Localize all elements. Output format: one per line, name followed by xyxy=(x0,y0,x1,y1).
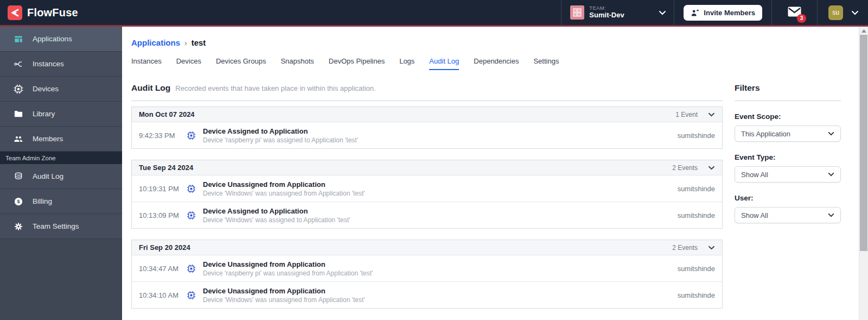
group-date: Mon Oct 07 2024 xyxy=(139,110,195,118)
tab-logs[interactable]: Logs xyxy=(399,57,414,70)
user-menu[interactable]: su xyxy=(817,0,868,25)
event-row: 9:42:33 PM Device Assigned to xyxy=(132,122,722,148)
sidebar: Applications Instances xyxy=(0,27,122,320)
tab-instances[interactable]: Instances xyxy=(131,57,162,70)
event-title: Device Unassigned from Application xyxy=(203,287,365,295)
group-date: Fri Sep 20 2024 xyxy=(139,243,190,252)
chevron-down-icon xyxy=(828,213,834,217)
library-folder-icon xyxy=(14,109,23,119)
event-title: Device Assigned to Application xyxy=(203,207,350,215)
header-actions: TEAM: Sumit-Dev Invite Members xyxy=(561,0,868,25)
home-link[interactable]: FlowFuse xyxy=(8,5,78,20)
user-filter-value: Show All xyxy=(741,211,768,219)
event-description: Device 'Windows' was unassigned from App… xyxy=(203,190,365,197)
event-time: 10:13:09 PM xyxy=(139,211,182,219)
event-time: 10:34:47 AM xyxy=(139,265,182,273)
event-description: Device 'Windows' was assigned to Applica… xyxy=(203,216,350,224)
sidebar-item-applications[interactable]: Applications xyxy=(0,27,122,52)
sidebar-item-label: Library xyxy=(33,110,55,118)
user-select[interactable]: Show All xyxy=(735,207,841,223)
sidebar-item-library[interactable]: Library xyxy=(0,102,122,127)
invite-members-label: Invite Members xyxy=(704,9,755,17)
sidebar-item-members[interactable]: Members xyxy=(0,127,122,152)
event-row: 10:19:31 PM Device Unassigned xyxy=(132,175,722,202)
sidebar-item-label: Team Settings xyxy=(33,222,79,230)
team-info: TEAM: Sumit-Dev xyxy=(570,5,624,20)
event-group: Mon Oct 07 2024 1 Event 9:42:33 PM xyxy=(131,106,723,149)
filters-divider xyxy=(735,101,841,101)
sidebar-item-label: Billing xyxy=(33,197,52,205)
event-group: Fri Sep 20 2024 2 Events 10:34:47 AM xyxy=(131,240,723,309)
group-count: 2 Events xyxy=(672,244,698,252)
event-group-header[interactable]: Mon Oct 07 2024 1 Event xyxy=(132,107,722,122)
team-text: TEAM: Sumit-Dev xyxy=(589,5,624,20)
notification-badge: 3 xyxy=(797,14,806,23)
group-count: 1 Event xyxy=(675,111,698,118)
sidebar-item-label: Audit Log xyxy=(33,172,63,180)
gear-icon xyxy=(14,222,23,231)
event-user: sumitshinde xyxy=(678,291,715,299)
tab-dependencies[interactable]: Dependencies xyxy=(474,57,519,70)
event-time: 10:34:10 AM xyxy=(139,291,182,299)
scrollbar-up-arrow[interactable] xyxy=(859,27,868,35)
breadcrumb-current: test xyxy=(192,38,206,47)
tab-audit-log[interactable]: Audit Log xyxy=(429,57,459,70)
app-window: FlowFuse xyxy=(0,0,868,320)
main-content: Applications › test Instances Devices De… xyxy=(122,27,868,320)
brand-name: FlowFuse xyxy=(27,7,78,19)
device-chip-icon xyxy=(187,184,196,193)
sidebar-item-team-settings[interactable]: Team Settings xyxy=(0,214,122,239)
tab-settings[interactable]: Settings xyxy=(533,57,559,70)
event-title: Device Unassigned from Application xyxy=(203,260,373,268)
audit-log-panel: Audit Log Recorded events that have take… xyxy=(131,83,723,319)
event-user: sumitshinde xyxy=(678,131,715,140)
scrollbar-thumb[interactable] xyxy=(860,35,867,251)
sidebar-item-billing[interactable]: $ Billing xyxy=(0,189,122,214)
audit-log-icon xyxy=(14,172,23,181)
user-avatar: su xyxy=(828,5,843,20)
filter-event-scope-label: Event Scope: xyxy=(735,112,841,121)
device-chip-icon xyxy=(187,131,196,140)
sidebar-item-label: Devices xyxy=(33,85,59,93)
members-icon xyxy=(14,134,23,144)
breadcrumb-applications-link[interactable]: Applications xyxy=(131,38,180,47)
event-group-header[interactable]: Tue Sep 24 2024 2 Events xyxy=(132,160,722,175)
filters-title: Filters xyxy=(735,83,841,93)
tab-snapshots[interactable]: Snapshots xyxy=(280,57,314,70)
tab-bar: Instances Devices Devices Groups Snapsho… xyxy=(131,57,868,70)
event-scope-select[interactable]: This Application xyxy=(735,126,841,142)
sidebar-item-instances[interactable]: Instances xyxy=(0,52,122,77)
vertical-scrollbar[interactable] xyxy=(859,27,868,320)
event-description: Device 'Windows' was unassigned from App… xyxy=(203,296,365,304)
section-divider xyxy=(131,101,723,101)
notifications-button[interactable]: 3 xyxy=(771,0,817,25)
device-chip-icon xyxy=(187,264,196,273)
event-group: Tue Sep 24 2024 2 Events 10:19:31 PM xyxy=(131,160,723,229)
mail-icon: 3 xyxy=(788,7,801,19)
event-row: 10:34:10 AM Device Unassigned xyxy=(132,281,722,308)
event-user: sumitshinde xyxy=(678,265,715,273)
tab-devices-groups[interactable]: Devices Groups xyxy=(216,57,266,70)
event-user: sumitshinde xyxy=(678,185,715,193)
page-title: Audit Log xyxy=(131,83,170,93)
page-description: Recorded events that have taken place in… xyxy=(175,84,375,92)
svg-text:$: $ xyxy=(17,199,20,204)
event-scope-value: This Application xyxy=(741,130,790,138)
event-type-select[interactable]: Show All xyxy=(735,166,841,183)
chevron-down-icon xyxy=(828,131,834,136)
tab-devops-pipelines[interactable]: DevOps Pipelines xyxy=(329,57,385,70)
invite-members-button[interactable]: Invite Members xyxy=(684,5,762,21)
event-description: Device 'raspberry pi' was unassigned fro… xyxy=(203,269,373,277)
event-user: sumitshinde xyxy=(678,211,715,219)
event-row: 10:34:47 AM Device Unassigned xyxy=(132,255,722,281)
team-avatar xyxy=(570,5,584,20)
sidebar-item-audit-log[interactable]: Audit Log xyxy=(0,164,122,189)
breadcrumb: Applications › test xyxy=(131,27,868,47)
event-group-header[interactable]: Fri Sep 20 2024 2 Events xyxy=(132,240,722,255)
chevron-down-icon xyxy=(828,172,834,177)
sidebar-item-devices[interactable]: Devices xyxy=(0,77,122,102)
event-groups: Mon Oct 07 2024 1 Event 9:42:33 PM xyxy=(131,106,723,309)
sidebar-item-label: Members xyxy=(33,135,63,143)
tab-devices[interactable]: Devices xyxy=(176,57,201,70)
team-selector[interactable]: TEAM: Sumit-Dev xyxy=(561,0,674,25)
